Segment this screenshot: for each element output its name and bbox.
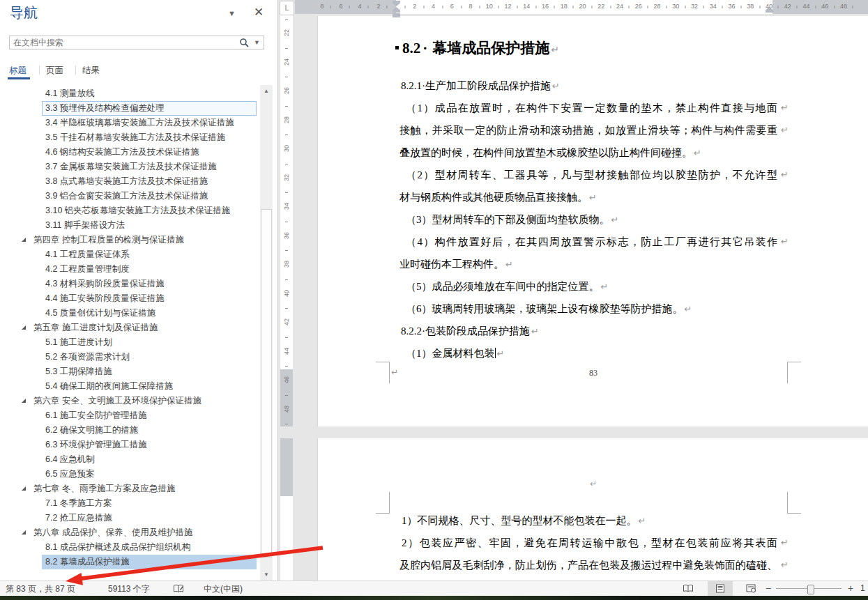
search-options-dropdown-icon[interactable]: ▼ — [254, 39, 260, 46]
search-input[interactable] — [10, 36, 264, 49]
nav-item[interactable]: 3.4 半隐框玻璃幕墙安装施工方法及技术保证措施 — [0, 116, 259, 130]
doc-line[interactable]: （1）成品在放置时，在构件下安置一定数量的垫木，禁止构件直接与地面↵ — [399, 100, 777, 116]
doc-line[interactable]: 1）不同规格、尺寸、型号的型材不能包装在一起。↵ — [399, 513, 777, 528]
ruler-tick — [285, 106, 288, 107]
doc-line[interactable]: （6）玻璃周转用玻璃架，玻璃架上设有橡胶垫等防护措施。↵ — [399, 301, 777, 316]
nav-item[interactable]: 5.2 各项资源需求计划 — [0, 350, 259, 364]
doc-line[interactable]: 8.2.1·生产加工阶段成品保护措施↵ — [399, 78, 777, 93]
nav-item[interactable]: 6.1 施工安全防护管理措施 — [0, 408, 259, 423]
nav-item[interactable]: 3.7 金属板幕墙安装施工方法及技术保证措施 — [0, 160, 259, 174]
nav-item[interactable]: 第八章 成品保护、保养、使用及维护措施 — [0, 525, 259, 540]
tab-results[interactable]: 结果 — [82, 65, 100, 77]
nav-item[interactable]: 6.5 应急预案 — [0, 467, 259, 482]
ruler-number: 2 — [376, 3, 380, 10]
nav-item[interactable]: 4.5 质量创优计划与保证措施 — [0, 306, 259, 321]
nav-item-label: 5.2 各项资源需求计划 — [45, 350, 130, 364]
tab-pages[interactable]: 页面 — [46, 65, 63, 77]
status-page-count[interactable]: 第 83 页，共 87 页 — [6, 583, 75, 595]
nav-item[interactable]: 3.10 铝夹芯板幕墙安装施工方法及技术保证措施 — [0, 203, 259, 218]
document-page[interactable]: ↵ 1）不同规格、尺寸、型号的型材不能包装在一起。↵2）包装应严密、牢固，避免在… — [317, 438, 868, 580]
zoom-slider[interactable] — [807, 585, 814, 594]
nav-item[interactable]: 3.11 脚手架搭设方法 — [0, 218, 259, 233]
view-print-layout-icon[interactable] — [708, 581, 733, 597]
zoom-in-button[interactable]: + — [848, 583, 853, 594]
doc-line[interactable]: 接触，并采取一定的防止滑动和滚动措施，如放置止滑块等；构件与构件需要重↵ — [399, 123, 777, 138]
nav-item[interactable]: 5.1 施工进度计划 — [0, 335, 259, 350]
doc-line-text: （3）型材周转车的下部及侧面均垫软质物。 — [406, 214, 610, 225]
proofing-icon[interactable] — [173, 584, 184, 596]
scrollbar-thumb[interactable] — [261, 209, 272, 557]
ruler-tick — [285, 19, 288, 20]
search-icon[interactable] — [239, 38, 249, 50]
paragraph-mark-icon: ↵ — [611, 215, 619, 225]
scroll-down-icon[interactable]: ▼ — [260, 569, 273, 580]
nav-item[interactable]: 3.3 预埋件及结构检查偏差处理 — [0, 101, 259, 116]
view-read-mode-icon[interactable] — [676, 581, 701, 597]
nav-item[interactable]: 6.4 应急机制 — [0, 452, 259, 467]
nav-item[interactable]: 5.4 确保工期的夜间施工保障措施 — [0, 379, 259, 394]
nav-item[interactable]: 6.3 环境保护管理施工措施 — [0, 438, 259, 452]
pane-close-icon[interactable]: ✕ — [254, 5, 264, 20]
doc-line-text: 2）包装应严密、牢固，避免在周转运输中散包，型材在包装前应将其表面 — [402, 537, 777, 548]
nav-item[interactable]: 3.9 铝合金窗安装施工方法及技术保证措施 — [0, 189, 259, 203]
doc-line[interactable]: 2）包装应严密、牢固，避免在周转运输中散包，型材在包装前应将其表面↵ — [399, 535, 777, 551]
doc-line[interactable]: （3）型材周转车的下部及侧面均垫软质物。↵ — [399, 212, 777, 227]
nav-item[interactable]: 第七章 冬、雨季施工方案及应急措施 — [0, 482, 259, 496]
nav-item[interactable]: 4.3 材料采购阶段质量保证措施 — [0, 277, 259, 291]
collapse-icon[interactable] — [22, 486, 26, 491]
document-search-box[interactable]: ▼ — [9, 36, 264, 49]
nav-item[interactable]: 8.2 幕墙成品保护措施 — [0, 555, 259, 569]
nav-item[interactable]: 3.5 干挂石材幕墙安装施工方法及技术保证措施 — [0, 130, 259, 145]
doc-line[interactable]: 业时碰伤本工程构件。↵ — [399, 256, 777, 272]
nav-item[interactable]: 3.8 点式幕墙安装施工方法及技术保证措施 — [0, 174, 259, 189]
status-word-count[interactable]: 59113 个字 — [108, 583, 150, 595]
tab-stop-selector[interactable]: L — [280, 1, 294, 15]
status-language[interactable]: 中文(中国) — [204, 583, 243, 595]
collapse-icon[interactable] — [22, 530, 26, 534]
ruler-tick — [480, 6, 480, 8]
view-web-layout-icon[interactable] — [738, 581, 763, 597]
nav-item[interactable]: 8.1 成品保护概述及成品保护组织机构 — [0, 540, 259, 555]
doc-line[interactable]: （2）型材周转车、工器具等，凡与型材接触部位均以胶垫防护，不允许型↵ — [399, 167, 777, 183]
nav-item[interactable]: 第四章 控制工程质量的检测与保证措施 — [0, 233, 259, 247]
doc-line[interactable]: （4）构件放置好后，在其四周放置警示标志，防止工厂再进行其它吊装作↵ — [399, 234, 777, 249]
nav-item[interactable]: 4.4 施工安装阶段质量保证措施 — [0, 291, 259, 306]
doc-line[interactable]: 叠放置的时候，在构件间放置垫木或橡胶垫以防止构件间碰撞。↵ — [399, 145, 777, 160]
nav-item[interactable]: 4.2 工程质量管理制度 — [0, 262, 259, 277]
nav-item[interactable]: 7.2 抢工应急措施 — [0, 511, 259, 525]
doc-line[interactable]: （5）成品必须堆放在车间中的指定位置。↵ — [399, 279, 777, 294]
nav-item-label: 5.3 工期保障措施 — [45, 364, 112, 379]
nav-item[interactable]: 5.3 工期保障措施 — [0, 364, 259, 379]
ruler-number: 40 — [766, 3, 772, 10]
nav-scrollbar[interactable]: ▲ ▼ — [260, 85, 273, 580]
doc-line[interactable]: 材与钢质构件或其他硬质物品直接接触。↵ — [399, 190, 777, 205]
nav-item[interactable]: 4.1 工程质量保证体系 — [0, 247, 259, 262]
paragraph-mark-icon: ↵ — [775, 234, 789, 249]
nav-item-label: 8.1 成品保护概述及成品保护组织机构 — [45, 540, 190, 555]
doc-line-text: （6）玻璃周转用玻璃架，玻璃架上设有橡胶垫等防护措施。 — [406, 303, 683, 314]
left-indent-marker[interactable] — [393, 13, 400, 17]
collapse-icon[interactable] — [22, 325, 26, 330]
doc-line[interactable]: 及腔内铝屑及毛刺刮净，防止划伤，产品在包装及搬运过程中避免装饰面的磕碰、↵ — [399, 557, 777, 573]
collapse-icon[interactable] — [22, 399, 26, 403]
nav-item[interactable]: 7.1 冬季施工方案 — [0, 496, 259, 511]
tab-headings[interactable]: 标题 — [9, 65, 26, 77]
nav-item[interactable]: 6.2 确保文明施工的措施 — [0, 423, 259, 438]
nav-item[interactable]: 第五章 施工进度计划及保证措施 — [0, 321, 259, 335]
doc-line[interactable]: 8.2.2·包装阶段成品保护措施↵ — [399, 323, 777, 339]
document-page[interactable]: 8.2·幕墙成品保护措施↵ 8.2.1·生产加工阶段成品保护措施↵（1）成品在放… — [317, 16, 868, 426]
scroll-up-icon[interactable]: ▲ — [260, 85, 273, 97]
zoom-level[interactable]: 1 — [860, 583, 865, 593]
ruler-number: 46 — [283, 376, 290, 384]
section-heading[interactable]: 8.2·幕墙成品保护措施↵ — [395, 38, 559, 58]
ruler-tick — [285, 192, 288, 193]
nav-item[interactable]: 4.1 测量放线 — [0, 86, 259, 101]
zoom-out-button[interactable]: − — [766, 583, 771, 594]
ruler-tick — [498, 6, 499, 8]
pane-options-dropdown-icon[interactable]: ▼ — [228, 9, 236, 17]
ruler-tick — [759, 6, 760, 8]
collapse-icon[interactable] — [22, 238, 26, 242]
doc-line[interactable]: （1）金属材料包装↵ — [399, 346, 777, 361]
nav-item[interactable]: 4.6 钢结构安装施工方法及技术保证措施 — [0, 145, 259, 160]
nav-item[interactable]: 第六章 安全、文明施工及环境保护保证措施 — [0, 394, 259, 408]
